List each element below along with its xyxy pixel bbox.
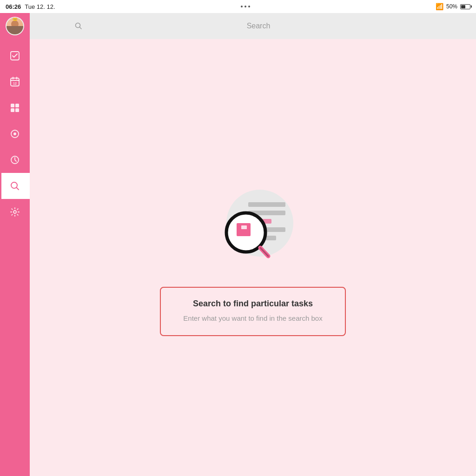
svg-rect-6: [15, 108, 19, 112]
search-illustration: [206, 179, 299, 272]
sidebar-item-calendar[interactable]: 12: [0, 69, 30, 95]
search-bar[interactable]: [37, 18, 469, 34]
svg-rect-5: [11, 108, 14, 112]
sidebar-item-tasks[interactable]: [0, 43, 30, 69]
svg-rect-4: [15, 104, 19, 107]
history-icon: [10, 155, 20, 165]
svg-rect-14: [248, 202, 285, 207]
svg-rect-3: [11, 104, 14, 107]
empty-state-title: Search to find particular tasks: [183, 299, 322, 309]
status-center-dots: [241, 6, 250, 7]
dot-3: [248, 6, 250, 7]
battery-fill: [461, 5, 465, 8]
search-bar-icon: [75, 22, 82, 30]
dot-1: [241, 6, 243, 7]
crown-icon: 👑: [12, 17, 18, 21]
search-input[interactable]: [86, 22, 431, 30]
status-time: 06:26: [6, 3, 21, 10]
apps-icon: [10, 103, 20, 113]
avatar[interactable]: 👑: [6, 17, 24, 35]
search-icon: [10, 181, 20, 191]
svg-text:12: 12: [13, 82, 17, 85]
sidebar: 👑 12: [0, 13, 30, 476]
svg-point-11: [13, 211, 16, 213]
empty-text-block: Search to find particular tasks Enter wh…: [160, 287, 345, 336]
svg-point-8: [13, 132, 16, 135]
search-bar-container: [30, 13, 476, 39]
battery-percent: 50%: [446, 3, 457, 10]
dot-2: [245, 6, 246, 7]
empty-search-state: Search to find particular tasks Enter wh…: [30, 39, 476, 476]
settings-icon: [10, 207, 20, 217]
tasks-icon: [10, 51, 20, 61]
status-date: Tue 12. 12.: [25, 3, 55, 10]
app-container: 👑 12: [0, 13, 476, 476]
svg-rect-20: [237, 223, 251, 236]
sidebar-item-focus[interactable]: [0, 121, 30, 147]
svg-rect-21: [241, 225, 247, 229]
sidebar-item-history[interactable]: [0, 147, 30, 173]
status-bar: 06:26 Tue 12. 12. 📶 50%: [0, 0, 476, 13]
wifi-icon: 📶: [436, 3, 443, 10]
focus-icon: [10, 129, 20, 139]
calendar-icon: 12: [10, 77, 20, 87]
battery-icon: [460, 4, 470, 9]
main-content: Search to find particular tasks Enter wh…: [30, 13, 476, 476]
sidebar-item-search[interactable]: [0, 173, 30, 199]
sidebar-item-apps[interactable]: [0, 95, 30, 121]
empty-state-subtitle: Enter what you want to find in the searc…: [183, 313, 322, 324]
illustration-svg: [206, 179, 299, 272]
sidebar-item-settings[interactable]: [0, 199, 30, 225]
status-right: 📶 50%: [436, 3, 470, 10]
